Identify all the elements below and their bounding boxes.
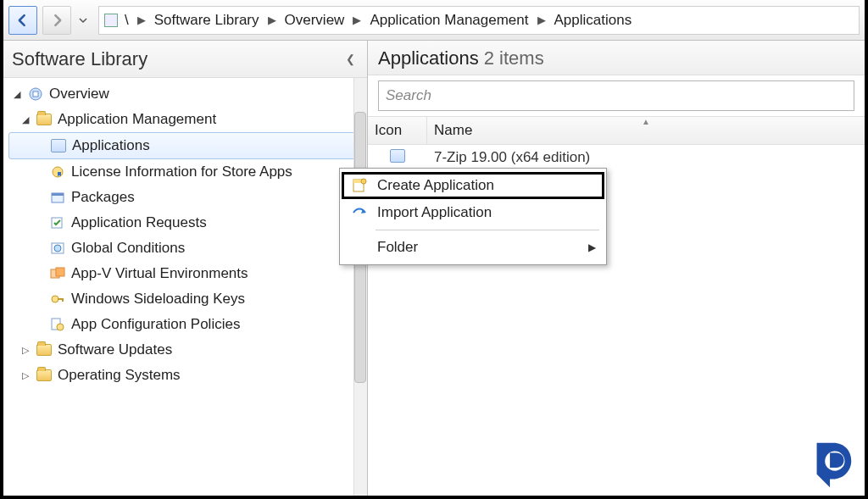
- submenu-arrow-icon: ▶: [588, 241, 596, 253]
- main-title: Applications: [378, 47, 479, 69]
- menu-item-folder[interactable]: Folder ▶: [342, 234, 604, 261]
- breadcrumb-item[interactable]: Application Management: [366, 12, 531, 29]
- folder-icon: [36, 112, 53, 127]
- import-icon: [350, 204, 369, 221]
- tree-item-overview[interactable]: ◢ Overview: [3, 81, 367, 107]
- policy-icon: [49, 317, 66, 332]
- svg-rect-1: [33, 91, 38, 97]
- column-header-name[interactable]: ▲ Name: [427, 117, 865, 144]
- svg-point-7: [54, 245, 61, 252]
- tree-item-global-conditions[interactable]: Global Conditions: [3, 236, 367, 261]
- breadcrumb-item[interactable]: Overview: [281, 12, 348, 29]
- tree-label: Applications: [72, 137, 150, 154]
- menu-item-create-application[interactable]: Create Application: [342, 172, 604, 199]
- request-icon: [49, 215, 66, 230]
- breadcrumb-root-icon: [104, 14, 118, 27]
- grid-header: Icon ▲ Name: [368, 116, 865, 145]
- tree-item-appv[interactable]: App-V Virtual Environments: [3, 261, 367, 286]
- folder-icon: [36, 368, 53, 383]
- chevron-right-icon: ▶: [351, 14, 363, 26]
- breadcrumb-item[interactable]: Applications: [551, 12, 636, 29]
- svg-rect-9: [56, 268, 64, 276]
- tree-label: Application Requests: [71, 214, 207, 231]
- svg-rect-4: [52, 193, 64, 196]
- key-icon: [49, 291, 66, 307]
- tree-label: Application Management: [58, 111, 216, 128]
- expander-icon[interactable]: ▷: [20, 370, 31, 380]
- nav-tree: ◢ Overview ◢ Application Management Appl…: [3, 78, 367, 496]
- search-input[interactable]: Search: [378, 80, 854, 111]
- tree-label: Global Conditions: [71, 240, 185, 257]
- license-icon: [49, 164, 66, 180]
- tree-item-sideloading-keys[interactable]: Windows Sideloading Keys: [3, 286, 367, 312]
- appv-icon: [49, 266, 66, 281]
- breadcrumb-root[interactable]: \: [121, 12, 132, 29]
- tree-item-app-config-policies[interactable]: App Configuration Policies: [3, 312, 367, 337]
- chevron-right-icon: ▶: [136, 14, 147, 26]
- tree-label: Windows Sideloading Keys: [71, 291, 245, 308]
- tree-item-software-updates[interactable]: ▷ Software Updates: [3, 337, 367, 363]
- forward-button[interactable]: [42, 6, 71, 35]
- tree-label: App-V Virtual Environments: [71, 265, 248, 282]
- menu-separator: [376, 230, 599, 230]
- expander-icon[interactable]: ◢: [12, 89, 22, 99]
- tree-label: Packages: [71, 189, 135, 206]
- tree-item-packages[interactable]: Packages: [3, 185, 367, 210]
- row-icon: [368, 149, 427, 166]
- menu-label: Create Application: [377, 177, 494, 194]
- collapse-sidebar-button[interactable]: ❮: [342, 51, 359, 67]
- globe-icon: [49, 241, 66, 256]
- menu-item-import-application[interactable]: Import Application: [342, 199, 604, 226]
- sidebar-title: Software Library: [12, 48, 147, 70]
- tree-item-application-management[interactable]: ◢ Application Management: [3, 107, 367, 132]
- search-placeholder: Search: [386, 87, 431, 104]
- tree-label: License Information for Store Apps: [71, 164, 292, 180]
- chevron-right-icon: ▶: [536, 14, 548, 26]
- sidebar: Software Library ❮ ◢ Overview ◢ Applicat…: [3, 41, 368, 496]
- table-row[interactable]: 7-Zip 19.00 (x64 edition): [368, 145, 865, 170]
- tree-label: Operating Systems: [58, 367, 181, 384]
- sidebar-header: Software Library ❮: [3, 41, 367, 78]
- breadcrumb-item[interactable]: Software Library: [151, 12, 263, 29]
- expander-icon[interactable]: ◢: [20, 114, 31, 125]
- watermark-logo: [805, 438, 858, 491]
- svg-point-17: [361, 179, 366, 184]
- applications-icon: [50, 138, 67, 153]
- package-icon: [49, 190, 66, 205]
- row-name: 7-Zip 19.00 (x64 edition): [427, 149, 865, 166]
- tree-item-applications[interactable]: Applications: [8, 132, 362, 159]
- svg-rect-12: [62, 298, 64, 302]
- tree-item-app-requests[interactable]: Application Requests: [3, 210, 367, 236]
- context-menu: Create Application Import Application Fo…: [339, 168, 607, 265]
- main-panel: Applications 2 items Search Icon ▲ Name …: [368, 41, 865, 496]
- tree-label: App Configuration Policies: [71, 316, 240, 333]
- menu-label: Folder: [377, 239, 418, 256]
- chevron-right-icon: ▶: [266, 14, 278, 26]
- blank-icon: [350, 239, 369, 256]
- breadcrumb-bar: \ ▶ Software Library ▶ Overview ▶ Applic…: [3, 0, 865, 41]
- item-count: 2 items: [484, 47, 544, 69]
- nav-history-dropdown[interactable]: [76, 6, 90, 35]
- tree-label: Overview: [49, 86, 109, 103]
- folder-icon: [36, 342, 53, 358]
- column-header-icon[interactable]: Icon: [368, 117, 427, 144]
- main-header: Applications 2 items: [368, 41, 865, 75]
- back-button[interactable]: [8, 6, 37, 35]
- column-label: Name: [434, 122, 472, 138]
- overview-icon: [27, 86, 44, 102]
- breadcrumb[interactable]: \ ▶ Software Library ▶ Overview ▶ Applic…: [98, 6, 860, 35]
- sort-indicator-icon: ▲: [642, 117, 650, 126]
- svg-point-14: [57, 324, 64, 330]
- sidebar-scrollbar[interactable]: [353, 78, 367, 496]
- expander-icon[interactable]: ▷: [20, 345, 31, 355]
- menu-label: Import Application: [377, 204, 492, 221]
- svg-point-10: [52, 296, 58, 302]
- tree-item-operating-systems[interactable]: ▷ Operating Systems: [3, 363, 367, 388]
- tree-item-license-info[interactable]: License Information for Store Apps: [3, 159, 367, 185]
- tree-label: Software Updates: [58, 341, 172, 358]
- create-icon: [350, 177, 369, 194]
